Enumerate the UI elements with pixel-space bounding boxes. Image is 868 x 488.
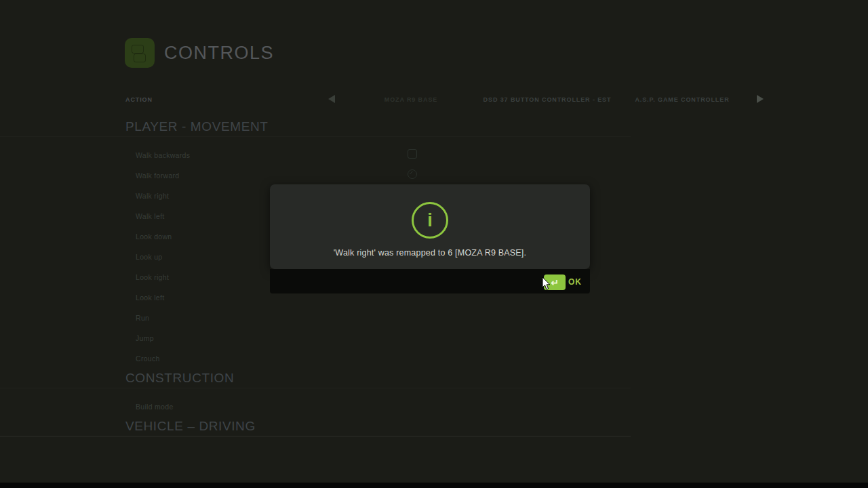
- action-label: Look up: [0, 253, 162, 261]
- keyboard-keys-icon: [125, 38, 155, 68]
- action-row[interactable]: Build mode: [0, 396, 868, 416]
- binding-badge-icon[interactable]: [408, 169, 417, 179]
- page-header: CONTROLS: [125, 38, 274, 68]
- enter-key-icon: ↵: [551, 278, 559, 287]
- dialog-button-bar: ↵ OK: [270, 269, 590, 293]
- dialog-message: 'Walk right' was remapped to 6 [MOZA R9 …: [270, 248, 590, 258]
- action-row[interactable]: Walk forward: [0, 165, 868, 185]
- action-label: Look right: [0, 273, 169, 281]
- right-arrow-icon[interactable]: [757, 95, 764, 103]
- action-label: Crouch: [0, 354, 160, 363]
- ok-button-label[interactable]: OK: [568, 274, 582, 290]
- action-row[interactable]: Crouch: [0, 348, 868, 368]
- action-column-label: ACTION: [125, 96, 153, 103]
- section-title: CONSTRUCTION: [0, 368, 631, 388]
- action-label: Walk left: [0, 212, 165, 220]
- action-label: Jump: [0, 334, 154, 342]
- action-label: Walk right: [0, 192, 169, 200]
- column-header-row: ACTION MOZA R9 BASE DSD 37 BUTTON CONTRO…: [0, 94, 868, 106]
- device-column-asp[interactable]: A.S.P. GAME CONTROLLER: [614, 96, 750, 103]
- ok-button[interactable]: ↵: [544, 274, 566, 290]
- letterbox-bar: [0, 483, 868, 488]
- action-label: Build mode: [0, 403, 174, 411]
- binding-badge-icon[interactable]: [408, 149, 417, 159]
- info-dialog: i 'Walk right' was remapped to 6 [MOZA R…: [270, 184, 590, 269]
- device-column-moza[interactable]: MOZA R9 BASE: [343, 96, 479, 103]
- info-circle-icon: i: [412, 202, 448, 239]
- left-arrow-icon[interactable]: [328, 95, 335, 103]
- action-label: Look left: [0, 293, 164, 302]
- action-row[interactable]: Walk backwards: [0, 144, 868, 165]
- section-title: VEHICLE – DRIVING: [0, 416, 631, 436]
- page-title: CONTROLS: [164, 43, 274, 64]
- action-label: Run: [0, 314, 149, 322]
- device-column-dsd[interactable]: DSD 37 BUTTON CONTROLLER - EST: [462, 96, 632, 103]
- info-icon-glyph: i: [427, 211, 433, 230]
- action-label: Walk forward: [0, 171, 179, 180]
- action-row[interactable]: Run: [0, 307, 868, 327]
- action-label: Look down: [0, 232, 172, 241]
- action-label: Walk backwards: [0, 151, 190, 159]
- section-title: PLAYER - MOVEMENT: [0, 117, 631, 137]
- action-row[interactable]: Jump: [0, 327, 868, 348]
